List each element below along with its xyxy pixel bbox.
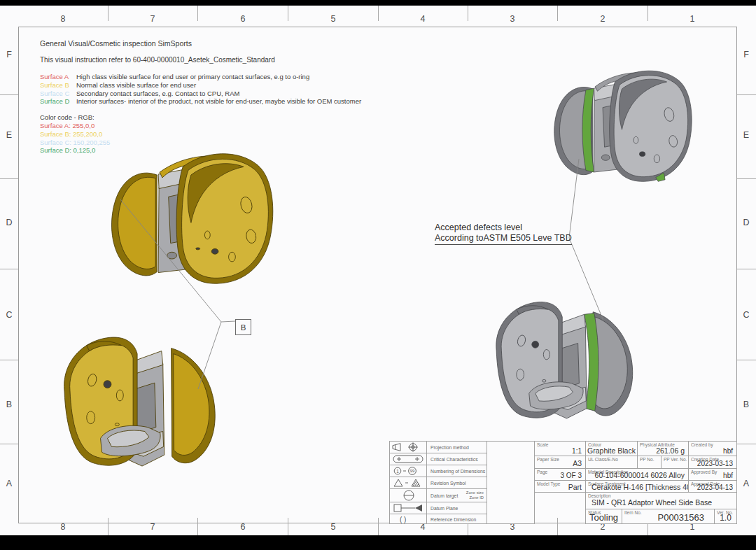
item-no-cell: Item No. P00031563 (622, 509, 715, 524)
grid-tick (737, 444, 756, 444)
grid-row-label: B (6, 400, 12, 409)
grid-row-label: A (6, 479, 12, 488)
grid-tick (197, 6, 198, 21)
title-block: Projection method Critical Characteristi… (389, 441, 737, 524)
datum-target-label: Datum target (430, 493, 458, 498)
created-by-value: hbf (723, 447, 733, 455)
numbering-label-cell: Numbering of Dimensions (426, 465, 487, 477)
grid-tick (737, 269, 756, 269)
defects-line2: According toASTM E505 Leve TBD (435, 233, 572, 245)
defects-line1: Accepted defects level (435, 223, 572, 233)
grid-tick (197, 518, 198, 535)
grid-col-label: 8 (61, 14, 66, 24)
color-code-a: Surface A: 255,0,0 (40, 122, 361, 130)
surface-treatment-cell: Surface Treatment Cerakote H-146 [Thickn… (585, 480, 689, 493)
color-code-c: Surface C: 150,200,255 (40, 139, 361, 147)
grid-col-label: 1 (690, 14, 695, 24)
grid-tick (737, 94, 756, 95)
grid-row-label: D (743, 218, 749, 227)
created-by-cell: Created by hbf (688, 441, 737, 456)
projection-method-icon (391, 442, 426, 453)
datum-target-label-cell: Datum target Zone size Zone ID (426, 488, 487, 502)
ver-no-cell: Ver. No. 1.0 (714, 509, 737, 524)
grid-row-label: D (6, 218, 12, 227)
critical-label-cell: Critical Characteristics (426, 453, 487, 465)
grid-tick (737, 360, 756, 360)
status-value: Tooling (589, 512, 618, 523)
datum-target-icon (391, 490, 426, 502)
grid-col-label: 7 (150, 14, 155, 24)
critical-characteristics-icon (391, 454, 426, 465)
ver-no-value: 1.0 (720, 513, 732, 523)
critical-characteristics-label: Critical Characteristics (430, 457, 478, 462)
surface-a-label: Surface A (40, 73, 76, 81)
item-no-value: P00031563 (657, 512, 704, 523)
top-letterbox-bar (0, 0, 756, 6)
datum-plane-symbol-cell (389, 502, 427, 514)
grid-tick (648, 6, 648, 21)
datum-plane-label-cell: Datum Plane (426, 502, 487, 514)
svg-text:( ): ( ) (400, 516, 406, 523)
grid-row-label: E (6, 130, 12, 140)
reference-label-cell: Reference Dimension (426, 514, 487, 524)
grid-tick (468, 6, 468, 21)
surface-b-desc: Normal class visible surface for end use… (76, 81, 196, 89)
projection-symbol-cell (389, 441, 427, 453)
surface-c-label: Surface C (40, 90, 76, 98)
creation-date-value: 2023-03-13 (697, 460, 733, 467)
critical-symbol-cell (389, 453, 427, 465)
grid-row-label: B (743, 400, 749, 409)
approval-date-cell: Approval Date 2023-04-13 (688, 480, 737, 493)
surface-d-desc: Interior surfaces- interior of the produ… (76, 97, 361, 105)
grid-tick (108, 6, 108, 21)
surface-d-label: Surface D (40, 97, 76, 106)
approval-date-value: 2023-04-13 (697, 484, 733, 491)
material-cell: Material Description 60-104-6000014 6026… (585, 468, 689, 481)
reference-dimension-label: Reference Dimension (430, 516, 476, 521)
drawing-screenshot: 8 7 6 5 4 3 2 1 8 7 6 5 4 3 2 1 F E D C … (0, 0, 756, 550)
note-reference: This visual instruction refer to 60-400-… (40, 56, 361, 64)
grid-tick (0, 360, 18, 360)
grid-tick (0, 94, 18, 95)
grid-tick (557, 6, 558, 21)
svg-text:99: 99 (410, 469, 414, 473)
projection-label-cell: Projection method (426, 441, 487, 453)
scale-value: 1:1 (572, 447, 582, 455)
approved-by-cell: Approved By hbf (688, 468, 737, 481)
grid-col-label: 2 (601, 14, 606, 24)
grid-col-label: 5 (331, 522, 336, 532)
revision-symbol-cell (389, 477, 427, 489)
revision-label-cell: Revision Symbol (426, 477, 487, 489)
model-view-bottom-left-yellow (59, 322, 225, 471)
zone-size-id-label: Zone size Zone ID (466, 491, 484, 500)
grid-col-label: 4 (421, 14, 426, 24)
pp-no-cell: PP No. (637, 456, 662, 469)
model-type-cell: Model Type Part (534, 480, 586, 493)
description-value: SIM - QR1 Adaptor Wheel Side Base (592, 498, 712, 507)
surface-class-row: Surface AHigh class visible surface for … (40, 73, 361, 81)
bottom-letterbox-bar (0, 535, 756, 550)
grid-row-label: F (743, 50, 749, 59)
surface-class-row: Surface BNormal class visible surface fo… (40, 81, 361, 90)
inspection-notes: General Visual/Cosmetic inspection SimSp… (40, 39, 361, 155)
detail-callout-label: B (241, 323, 246, 332)
surface-class-row: Surface DInterior surfaces- interior of … (40, 97, 361, 106)
colour-value: Graphite Black (587, 446, 636, 455)
grid-col-label: 6 (241, 522, 246, 532)
grid-row-label: A (743, 479, 749, 488)
grid-col-label: 6 (241, 14, 246, 24)
grid-row-label: C (743, 310, 749, 320)
projection-method-label: Projection method (430, 445, 469, 450)
pp-ver-cell: PP Ver. No. (661, 456, 689, 469)
grid-tick (737, 178, 756, 179)
grid-tick (0, 269, 18, 269)
surface-a-desc: High class visible surface for end user … (76, 73, 309, 80)
grid-tick (378, 518, 379, 535)
surface-class-row: Surface CSecondary contact surfaces, e.g… (40, 90, 361, 98)
color-code-b: Surface B: 255,200,0 (40, 130, 361, 139)
reference-symbol-cell: ( ) (389, 514, 427, 524)
description-cell: Description SIM - QR1 Adaptor Wheel Side… (585, 492, 737, 509)
reference-dimension-icon: ( ) (391, 514, 426, 523)
model-view-top-left-yellow (104, 148, 274, 288)
colour-cell: Colour Graphite Black (585, 441, 638, 456)
